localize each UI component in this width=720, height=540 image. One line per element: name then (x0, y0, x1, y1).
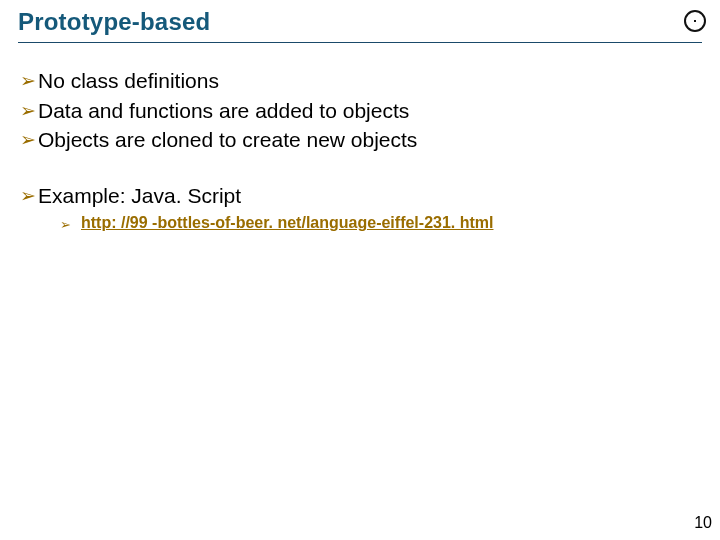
slide-title: Prototype-based (18, 8, 210, 36)
bullet-item: ➢ No class definitions (20, 67, 702, 96)
bullet-arrow-icon: ➢ (20, 97, 36, 126)
sub-bullet-list: ➢ http: //99 -bottles-of-beer. net/langu… (20, 214, 702, 236)
bullet-text: No class definitions (38, 67, 219, 95)
bullet-text: Objects are cloned to create new objects (38, 126, 417, 154)
sub-bullet-item: ➢ http: //99 -bottles-of-beer. net/langu… (60, 214, 702, 236)
bullet-item: ➢ Objects are cloned to create new objec… (20, 126, 702, 155)
bullet-text: Data and functions are added to objects (38, 97, 409, 125)
spacer (20, 156, 702, 182)
bullet-item: ➢ Data and functions are added to object… (20, 97, 702, 126)
bullet-text: Example: Java. Script (38, 182, 241, 210)
reference-link[interactable]: http: //99 -bottles-of-beer. net/languag… (81, 214, 493, 232)
bullet-list-example: ➢ Example: Java. Script (20, 182, 702, 211)
body: ➢ No class definitions ➢ Data and functi… (18, 67, 702, 236)
corner-logo-icon (684, 10, 706, 32)
slide: Prototype-based ➢ No class definitions ➢… (0, 0, 720, 540)
bullet-list: ➢ No class definitions ➢ Data and functi… (20, 67, 702, 155)
bullet-arrow-icon: ➢ (20, 182, 36, 211)
header: Prototype-based (18, 8, 702, 43)
bullet-arrow-icon: ➢ (20, 126, 36, 155)
bullet-arrow-icon: ➢ (20, 67, 36, 96)
page-number: 10 (694, 514, 712, 532)
sub-bullet-arrow-icon: ➢ (60, 214, 71, 236)
bullet-item: ➢ Example: Java. Script (20, 182, 702, 211)
